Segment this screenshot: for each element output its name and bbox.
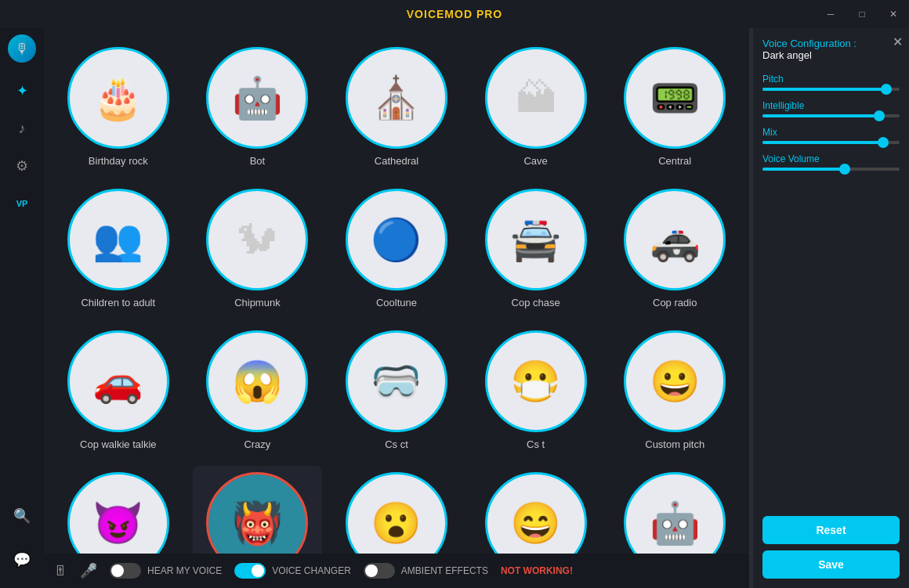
- changer-toggle-group: VOICE CHANGER: [234, 563, 351, 579]
- slider-thumb-intelligible[interactable]: [874, 110, 885, 121]
- voice-circle-cop-walkie-talkie: 🚗: [67, 330, 169, 432]
- voice-circle-central: 📟: [624, 47, 726, 149]
- voice-card-custom-pitch[interactable]: 😀Custom pitch: [610, 324, 740, 456]
- slider-label-pitch: Pitch: [762, 74, 900, 85]
- right-panel: ✕ Voice Configuration : Dark angel Pitch…: [752, 28, 909, 588]
- not-working-label: NOT WORKING!: [501, 565, 573, 576]
- voice-card-cs-ct[interactable]: 🥽Cs ct: [331, 324, 462, 456]
- changer-toggle[interactable]: [234, 563, 266, 579]
- voice-card-chipmunk[interactable]: 🐿Chipmunk: [193, 182, 323, 315]
- voice-circle-crazy: 😱: [206, 330, 308, 432]
- slider-label-voice-volume: Voice Volume: [762, 153, 900, 164]
- changer-label: VOICE CHANGER: [272, 565, 351, 576]
- voice-circle-cs-t: 😷: [485, 330, 587, 432]
- search-icon: 🔍: [13, 507, 31, 525]
- voice-card-dark[interactable]: 😈Dark: [53, 466, 183, 554]
- sidebar-item-music[interactable]: ♪: [6, 113, 38, 144]
- voice-card-cs-t[interactable]: 😷Cs t: [471, 324, 601, 456]
- voice-circle-deep: 😮: [346, 472, 447, 554]
- content-area: 🎂Birthday rock🤖Bot⛪Cathedral🏔Cave📟Centra…: [44, 28, 749, 588]
- sidebar-item-search[interactable]: 🔍: [6, 500, 38, 532]
- maximize-button[interactable]: □: [846, 0, 878, 28]
- ambient-toggle-knob: [365, 565, 378, 577]
- mixer-icon[interactable]: 🎚: [53, 563, 67, 579]
- voice-card-crazy[interactable]: 😱Crazy: [193, 324, 323, 456]
- slider-container: PitchIntelligibleMixVoice Volume: [762, 64, 900, 180]
- voice-label-cathedral: Cathedral: [375, 155, 418, 167]
- voice-card-deep[interactable]: 😮Deep: [331, 466, 462, 554]
- slider-track-mix[interactable]: [762, 141, 900, 144]
- sidebar-item-chat[interactable]: 💬: [6, 544, 38, 575]
- voice-circle-chipmunk: 🐿: [206, 189, 308, 290]
- voice-card-dron[interactable]: 🤖Dron: [610, 466, 740, 554]
- logo: 🎙: [8, 34, 36, 63]
- voice-circle-dark-angel: 👹: [206, 472, 308, 554]
- voice-label-cop-walkie-talkie: Cop walkie talkie: [80, 438, 157, 450]
- voice-label-children-to-adult: Children to adult: [81, 297, 155, 308]
- slider-fill-pitch: [762, 88, 886, 91]
- chat-icon: 💬: [13, 551, 31, 568]
- voice-circle-children-to-adult: 👥: [67, 189, 169, 290]
- hear-toggle[interactable]: [110, 563, 141, 579]
- slider-label-mix: Mix: [762, 127, 900, 138]
- voice-circle-cooltune: 🔵: [346, 189, 447, 290]
- main-layout: 🎙 ✦ ♪ ⚙ VP 🔍 💬 🎂Birthday rock🤖Bot⛪Cathed…: [0, 28, 909, 588]
- ambient-label: AMBIENT EFFECTS: [401, 565, 488, 576]
- voice-circle-custom-pitch: 😀: [624, 330, 726, 432]
- mic-off-icon[interactable]: 🎤: [80, 562, 97, 579]
- voice-card-children-to-adult[interactable]: 👥Children to adult: [53, 182, 183, 315]
- hear-label: HEAR MY VOICE: [147, 565, 222, 576]
- ambient-toggle-group: AMBIENT EFFECTS: [364, 563, 488, 579]
- slider-thumb-voice-volume[interactable]: [839, 164, 850, 175]
- close-button[interactable]: ✕: [878, 0, 909, 28]
- minimize-button[interactable]: ─: [815, 0, 846, 28]
- hear-toggle-group: HEAR MY VOICE: [110, 563, 222, 579]
- voice-card-birthday-rock[interactable]: 🎂Birthday rock: [53, 41, 183, 173]
- slider-track-intelligible[interactable]: [762, 114, 900, 117]
- window-controls: ─ □ ✕: [815, 0, 909, 28]
- voice-circle-bot: 🤖: [206, 47, 308, 149]
- sidebar-bottom: 🔍 💬: [6, 500, 38, 582]
- voice-card-cop-radio[interactable]: 🚓Cop radio: [610, 182, 740, 315]
- reset-button[interactable]: Reset: [762, 516, 900, 544]
- slider-thumb-pitch[interactable]: [881, 84, 892, 95]
- save-button[interactable]: Save: [762, 550, 900, 579]
- voice-card-cooltune[interactable]: 🔵Cooltune: [331, 182, 462, 315]
- voice-card-central[interactable]: 📟Central: [610, 41, 740, 173]
- voice-card-cave[interactable]: 🏔Cave: [471, 41, 601, 173]
- voice-card-cop-walkie-talkie[interactable]: 🚗Cop walkie talkie: [53, 324, 183, 456]
- voice-label-birthday-rock: Birthday rock: [89, 155, 148, 167]
- voice-card-double[interactable]: 😄Double: [471, 466, 601, 554]
- voice-circle-dark: 😈: [67, 472, 169, 554]
- changer-toggle-knob: [252, 565, 264, 577]
- voice-label-cs-ct: Cs ct: [385, 438, 408, 450]
- slider-thumb-mix[interactable]: [878, 137, 889, 148]
- panel-title: Voice Configuration : Dark angel: [762, 38, 900, 61]
- voice-card-cathedral[interactable]: ⛪Cathedral: [331, 41, 462, 173]
- voice-circle-cop-chase: 🚔: [485, 189, 587, 290]
- voice-card-bot[interactable]: 🤖Bot: [193, 41, 323, 173]
- voice-circle-cop-radio: 🚓: [624, 189, 726, 290]
- panel-title-label: Voice Configuration :: [762, 38, 856, 49]
- panel-title-value: Dark angel: [762, 49, 812, 61]
- hear-toggle-knob: [111, 565, 124, 577]
- slider-section-pitch: Pitch: [762, 74, 900, 91]
- voice-label-chipmunk: Chipmunk: [234, 297, 281, 308]
- voice-card-cop-chase[interactable]: 🚔Cop chase: [471, 182, 601, 315]
- panel-close-button[interactable]: ✕: [893, 34, 903, 49]
- slider-track-voice-volume[interactable]: [762, 168, 900, 171]
- sidebar-item-vp[interactable]: VP: [6, 188, 38, 219]
- sidebar-item-effects[interactable]: ✦: [6, 75, 38, 106]
- title-bar: VOICEMOD PRO ─ □ ✕: [0, 0, 909, 28]
- panel-buttons: Reset Save: [762, 516, 900, 579]
- voice-grid: 🎂Birthday rock🤖Bot⛪Cathedral🏔Cave📟Centra…: [44, 28, 749, 554]
- voice-card-dark-angel[interactable]: 👹Dark angel: [193, 466, 323, 554]
- slider-track-pitch[interactable]: [762, 88, 900, 91]
- voice-label-central: Central: [658, 155, 691, 167]
- ambient-toggle[interactable]: [364, 563, 395, 579]
- sidebar-item-settings[interactable]: ⚙: [6, 150, 38, 182]
- voice-label-cop-chase: Cop chase: [512, 297, 560, 308]
- sidebar: 🎙 ✦ ♪ ⚙ VP 🔍 💬: [0, 28, 44, 588]
- voice-circle-cathedral: ⛪: [346, 47, 447, 149]
- slider-label-intelligible: Intelligible: [762, 100, 900, 111]
